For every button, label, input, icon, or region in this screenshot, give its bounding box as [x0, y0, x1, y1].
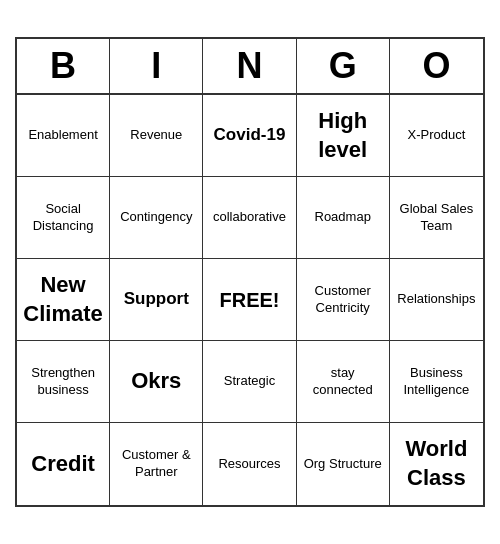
bingo-cell: Org Structure — [297, 423, 390, 505]
bingo-card: BINGO EnablementRevenueCovid-19High leve… — [15, 37, 485, 507]
bingo-cell: FREE! — [203, 259, 296, 341]
bingo-cell: Resources — [203, 423, 296, 505]
header-letter: B — [17, 39, 110, 93]
bingo-cell: New Climate — [17, 259, 110, 341]
bingo-cell: Strategic — [203, 341, 296, 423]
bingo-cell: X-Product — [390, 95, 483, 177]
bingo-cell: Social Distancing — [17, 177, 110, 259]
header-letter: O — [390, 39, 483, 93]
bingo-cell: Contingency — [110, 177, 203, 259]
bingo-cell: High level — [297, 95, 390, 177]
bingo-cell: Customer & Partner — [110, 423, 203, 505]
bingo-cell: Roadmap — [297, 177, 390, 259]
bingo-cell: Relationships — [390, 259, 483, 341]
bingo-cell: stay connected — [297, 341, 390, 423]
bingo-cell: Covid-19 — [203, 95, 296, 177]
header-letter: N — [203, 39, 296, 93]
bingo-cell: World Class — [390, 423, 483, 505]
bingo-cell: Global Sales Team — [390, 177, 483, 259]
bingo-cell: Business Intelligence — [390, 341, 483, 423]
bingo-cell: Revenue — [110, 95, 203, 177]
header-letter: G — [297, 39, 390, 93]
bingo-cell: Support — [110, 259, 203, 341]
bingo-cell: Enablement — [17, 95, 110, 177]
bingo-cell: Credit — [17, 423, 110, 505]
bingo-header: BINGO — [17, 39, 483, 95]
bingo-grid: EnablementRevenueCovid-19High levelX-Pro… — [17, 95, 483, 505]
bingo-cell: Customer Centricity — [297, 259, 390, 341]
bingo-cell: collaborative — [203, 177, 296, 259]
bingo-cell: Okrs — [110, 341, 203, 423]
bingo-cell: Strengthen business — [17, 341, 110, 423]
header-letter: I — [110, 39, 203, 93]
